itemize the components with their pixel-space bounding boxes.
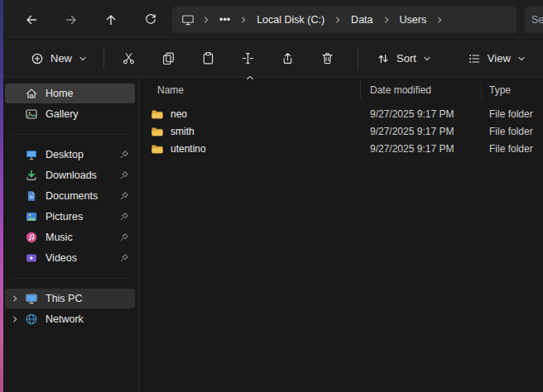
view-button[interactable]: View bbox=[459, 45, 535, 73]
breadcrumb-chevron-icon[interactable] bbox=[331, 10, 344, 30]
toolbar-divider bbox=[103, 49, 104, 69]
file-date-modified: 9/27/2025 9:17 PM bbox=[361, 126, 482, 137]
sidebar-item-gallery[interactable]: Gallery bbox=[5, 104, 135, 124]
sidebar-item-videos[interactable]: Videos bbox=[5, 248, 135, 268]
file-date-modified: 9/27/2025 9:17 PM bbox=[361, 108, 482, 120]
sidebar-item-label: Documents bbox=[46, 190, 98, 202]
sidebar-item-music[interactable]: Music bbox=[5, 227, 135, 247]
column-header-label: Date modified bbox=[370, 84, 431, 96]
view-icon bbox=[468, 52, 481, 65]
sidebar-item-label: Desktop bbox=[46, 149, 84, 160]
sidebar-separator bbox=[10, 134, 128, 135]
column-header-date-modified[interactable]: Date modified bbox=[361, 81, 482, 99]
column-header-label: Type bbox=[489, 84, 511, 96]
chevron-down-icon bbox=[423, 55, 431, 63]
copy-icon bbox=[161, 51, 175, 65]
downloads-icon bbox=[24, 169, 38, 183]
file-list-pane: Name Date modified Type bbox=[138, 78, 543, 392]
file-row-smith[interactable]: smith 9/27/2025 9:17 PM File folder bbox=[139, 122, 543, 140]
file-name: utentino bbox=[171, 143, 206, 155]
more-options-button[interactable] bbox=[535, 45, 543, 73]
sidebar-item-label: Pictures bbox=[46, 211, 83, 222]
sidebar-item-label: Home bbox=[46, 88, 73, 99]
sidebar-item-label: This PC bbox=[46, 293, 82, 304]
breadcrumb-chevron-icon[interactable] bbox=[199, 10, 213, 30]
pin-icon bbox=[119, 212, 129, 222]
forward-arrow-icon bbox=[65, 13, 78, 26]
back-button[interactable] bbox=[18, 7, 45, 33]
pin-icon bbox=[119, 232, 129, 242]
file-rows: neo 9/27/2025 9:17 PM File folder smith … bbox=[139, 103, 543, 157]
this-pc-icon bbox=[177, 13, 199, 26]
breadcrumb-chevron-icon[interactable] bbox=[380, 10, 393, 30]
rename-button[interactable] bbox=[231, 45, 264, 73]
back-arrow-icon bbox=[25, 13, 38, 26]
explorer-body: Home Gallery Desktop bbox=[0, 78, 543, 392]
new-button[interactable]: New bbox=[22, 45, 96, 73]
breadcrumb-data[interactable]: Data bbox=[345, 10, 378, 30]
expand-chevron-icon[interactable] bbox=[11, 294, 24, 303]
refresh-button[interactable] bbox=[137, 7, 164, 33]
cut-icon bbox=[122, 51, 136, 65]
sidebar-item-label: Network bbox=[46, 313, 84, 325]
desktop-icon bbox=[24, 148, 38, 162]
sidebar-item-downloads[interactable]: Downloads bbox=[5, 165, 135, 185]
navigation-pane: Home Gallery Desktop bbox=[0, 78, 138, 392]
file-type: File folder bbox=[482, 126, 543, 137]
search-placeholder-text: Se bbox=[531, 14, 543, 26]
sidebar-item-network[interactable]: Network bbox=[5, 309, 135, 329]
sort-button-label: Sort bbox=[396, 52, 416, 65]
sidebar-item-home[interactable]: Home bbox=[5, 84, 135, 103]
breadcrumb-ellipsis[interactable]: ••• bbox=[214, 10, 236, 30]
sidebar-item-label: Music bbox=[46, 232, 73, 243]
breadcrumb-drive[interactable]: Local Disk (C:) bbox=[251, 10, 330, 30]
expand-chevron-icon[interactable] bbox=[11, 315, 24, 323]
sidebar-item-label: Videos bbox=[46, 252, 77, 264]
refresh-icon bbox=[144, 13, 157, 26]
delete-icon bbox=[320, 51, 334, 65]
sort-ascending-icon bbox=[246, 75, 254, 80]
column-header-name[interactable]: Name bbox=[139, 81, 361, 99]
file-row-neo[interactable]: neo 9/27/2025 9:17 PM File folder bbox=[139, 105, 543, 122]
delete-button[interactable] bbox=[310, 45, 344, 73]
up-button[interactable] bbox=[98, 7, 124, 33]
breadcrumb-chevron-icon[interactable] bbox=[237, 10, 250, 30]
pin-icon bbox=[119, 253, 129, 263]
sidebar-item-pictures[interactable]: Pictures bbox=[5, 207, 135, 227]
copy-button[interactable] bbox=[151, 45, 185, 73]
sidebar-item-label: Downloads bbox=[46, 170, 97, 181]
share-icon bbox=[281, 51, 295, 65]
column-header-type[interactable]: Type bbox=[482, 81, 543, 99]
gallery-icon bbox=[24, 108, 38, 122]
breadcrumb-users[interactable]: Users bbox=[394, 10, 433, 30]
file-row-utentino[interactable]: utentino 9/27/2025 9:17 PM File folder bbox=[139, 140, 543, 157]
music-icon bbox=[24, 231, 38, 245]
forward-button[interactable] bbox=[58, 7, 84, 33]
file-explorer-window: ••• Local Disk (C:) Data Users Se New bbox=[0, 0, 543, 392]
sidebar-item-documents[interactable]: Documents bbox=[5, 186, 135, 206]
sort-button[interactable]: Sort bbox=[368, 45, 440, 73]
sidebar-item-desktop[interactable]: Desktop bbox=[5, 145, 135, 165]
cut-button[interactable] bbox=[112, 45, 145, 73]
videos-icon bbox=[24, 251, 38, 265]
sort-icon bbox=[377, 52, 390, 65]
new-plus-icon bbox=[31, 52, 44, 65]
column-header-label: Name bbox=[157, 84, 184, 96]
sidebar-item-this-pc[interactable]: This PC bbox=[5, 289, 135, 308]
address-bar[interactable]: ••• Local Disk (C:) Data Users bbox=[172, 7, 517, 33]
navigation-bar: ••• Local Disk (C:) Data Users Se bbox=[0, 0, 543, 40]
share-button[interactable] bbox=[271, 45, 304, 73]
toolbar-divider bbox=[358, 49, 358, 69]
search-input[interactable]: Se bbox=[525, 7, 543, 33]
window-edge-accent bbox=[0, 0, 3, 392]
file-name: smith bbox=[171, 126, 195, 137]
view-button-label: View bbox=[488, 52, 511, 65]
folder-icon bbox=[151, 142, 164, 155]
paste-button[interactable] bbox=[191, 45, 224, 73]
breadcrumb-chevron-icon[interactable] bbox=[433, 10, 446, 30]
network-icon bbox=[24, 313, 38, 327]
file-name: neo bbox=[171, 108, 187, 120]
column-headers: Name Date modified Type bbox=[139, 78, 543, 103]
paste-icon bbox=[201, 51, 215, 65]
pictures-icon bbox=[24, 210, 38, 224]
